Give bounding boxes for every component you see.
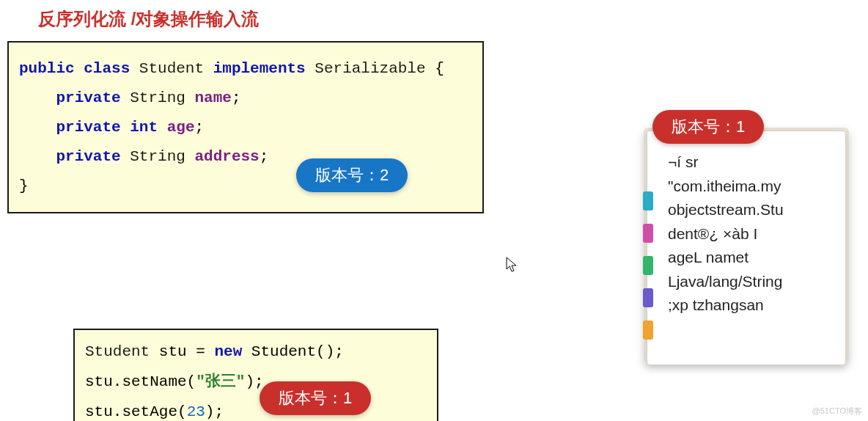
semicolon: ; xyxy=(260,148,269,165)
call-setage-pre: stu.setAge( xyxy=(85,403,187,420)
cursor-icon xyxy=(506,257,518,273)
watermark: @51CTO博客 xyxy=(812,406,862,417)
field-age: age xyxy=(167,119,195,136)
color-tab-icon xyxy=(643,191,653,210)
color-tab-icon xyxy=(643,256,653,275)
call-setage-post: ); xyxy=(205,403,224,420)
number-literal: 23 xyxy=(187,403,205,420)
semicolon: ; xyxy=(194,119,204,136)
string-literal: 张三 xyxy=(205,373,236,390)
color-tab-icon xyxy=(643,224,653,243)
kw-public: public xyxy=(19,60,75,77)
color-tab-icon xyxy=(643,288,653,307)
notepad-content: ¬í sr "com.itheima.my objectstream.Stu d… xyxy=(647,131,846,365)
brace-close: } xyxy=(19,177,29,194)
page-title: 反序列化流 /对象操作输入流 xyxy=(38,7,259,31)
quote-open: " xyxy=(196,373,205,390)
kw-new: new xyxy=(214,343,242,360)
kw-implements: implements xyxy=(213,60,306,77)
serialized-bytes-text: ¬í sr "com.itheima.my objectstream.Stu d… xyxy=(668,150,834,318)
type-string: String xyxy=(130,148,185,165)
iface-name: Serializable xyxy=(315,60,425,77)
class-name: Student xyxy=(139,60,204,77)
version-badge-1-notepad: 版本号：1 xyxy=(652,110,764,144)
version-badge-2: 版本号：2 xyxy=(296,158,408,192)
call-setname-post: ); xyxy=(245,373,263,390)
type-string: String xyxy=(130,89,185,106)
call-setname-pre: stu.setName( xyxy=(85,373,196,390)
quote-close: " xyxy=(236,373,246,390)
brace-open: { xyxy=(426,60,444,77)
version-badge-1-bottom: 版本号：1 xyxy=(260,381,371,415)
notepad: ¬í sr "com.itheima.my objectstream.Stu d… xyxy=(647,131,846,365)
type-int: int xyxy=(130,119,158,136)
var-decl: stu = xyxy=(150,343,214,360)
type-student: Student xyxy=(85,343,150,360)
kw-private: private xyxy=(56,148,120,165)
code-block-class-definition: public class Student implements Serializ… xyxy=(7,41,484,213)
semicolon: ; xyxy=(232,89,241,106)
field-name: name xyxy=(194,89,231,106)
kw-private: private xyxy=(56,89,120,106)
color-tab-icon xyxy=(643,321,653,340)
field-address: address xyxy=(194,148,259,165)
kw-class: class xyxy=(84,60,130,77)
ctor-call: Student(); xyxy=(242,343,344,360)
kw-private: private xyxy=(56,119,120,136)
code-block-usage: Student stu = new Student(); stu.setName… xyxy=(73,329,438,421)
